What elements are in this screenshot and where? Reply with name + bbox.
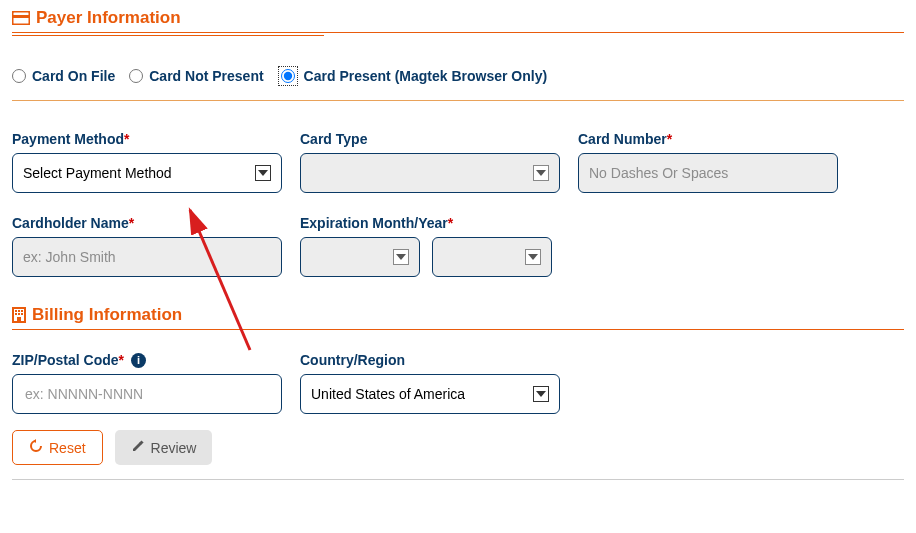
action-buttons: Reset Review [12,430,904,465]
required-mark: * [667,131,672,147]
svg-marker-14 [536,391,546,397]
review-button-label: Review [151,440,197,456]
card-number-input[interactable]: No Dashes Or Spaces [578,153,838,193]
chevron-down-icon [533,386,549,402]
required-mark: * [124,131,129,147]
required-mark: * [129,215,134,231]
expiration-month-select[interactable] [300,237,420,277]
info-icon[interactable]: i [131,353,146,368]
expiration-label: Expiration Month/Year* [300,215,560,231]
reset-button-label: Reset [49,440,86,456]
radio-card-present[interactable]: Card Present (Magtek Browser Only) [278,66,548,86]
payer-short-rule [12,35,324,36]
cardholder-name-input[interactable]: ex: John Smith [12,237,282,277]
svg-rect-9 [21,310,23,312]
country-select[interactable]: United States of America [300,374,560,414]
billing-info-header: Billing Information [12,305,904,330]
svg-rect-10 [15,313,17,315]
svg-rect-1 [12,15,30,18]
chevron-down-icon [393,249,409,265]
bottom-divider [12,479,904,480]
reset-button[interactable]: Reset [12,430,103,465]
country-label: Country/Region [300,352,560,368]
zip-input[interactable] [12,374,282,414]
card-number-placeholder: No Dashes Or Spaces [589,165,728,181]
radio-card-on-file[interactable]: Card On File [12,68,115,84]
cardholder-name-label: Cardholder Name* [12,215,282,231]
radio-label: Card On File [32,68,115,84]
billing-info-title: Billing Information [32,305,182,325]
chevron-down-icon [533,165,549,181]
svg-rect-7 [15,310,17,312]
payment-method-field: Payment Method* Select Payment Method [12,131,282,193]
review-button[interactable]: Review [115,430,213,465]
card-type-label: Card Type [300,131,560,147]
card-number-field: Card Number* No Dashes Or Spaces [578,131,838,193]
chevron-down-icon [525,249,541,265]
payment-method-value: Select Payment Method [23,165,172,181]
svg-marker-5 [528,254,538,260]
svg-rect-13 [17,317,21,322]
card-icon [12,11,30,25]
svg-marker-4 [396,254,406,260]
required-mark: * [448,215,453,231]
payer-info-title: Payer Information [36,8,181,28]
expiration-field: Expiration Month/Year* [300,215,560,277]
card-number-label: Card Number* [578,131,838,147]
zip-input-field[interactable] [23,385,271,403]
pencil-icon [131,439,145,456]
payer-divider [12,100,904,101]
svg-marker-15 [34,439,37,443]
payment-method-select[interactable]: Select Payment Method [12,153,282,193]
building-icon [12,307,26,323]
svg-marker-3 [536,170,546,176]
payment-method-label: Payment Method* [12,131,282,147]
payer-info-header: Payer Information [12,8,904,33]
radio-card-not-present[interactable]: Card Not Present [129,68,263,84]
svg-marker-2 [258,170,268,176]
country-field: Country/Region United States of America [300,352,560,414]
chevron-down-icon [255,165,271,181]
card-type-field: Card Type [300,131,560,193]
zip-field: ZIP/Postal Code* i [12,352,282,414]
svg-rect-12 [21,313,23,315]
zip-label: ZIP/Postal Code* i [12,352,282,368]
card-presence-radio-group: Card On File Card Not Present Card Prese… [12,48,904,92]
refresh-icon [29,439,43,456]
cardholder-name-field: Cardholder Name* ex: John Smith [12,215,282,277]
cardholder-name-placeholder: ex: John Smith [23,249,116,265]
svg-rect-8 [18,310,20,312]
radio-label: Card Not Present [149,68,263,84]
svg-rect-11 [18,313,20,315]
required-mark: * [119,352,124,368]
country-value: United States of America [311,386,465,402]
radio-label: Card Present (Magtek Browser Only) [304,68,548,84]
card-type-select[interactable] [300,153,560,193]
expiration-year-select[interactable] [432,237,552,277]
